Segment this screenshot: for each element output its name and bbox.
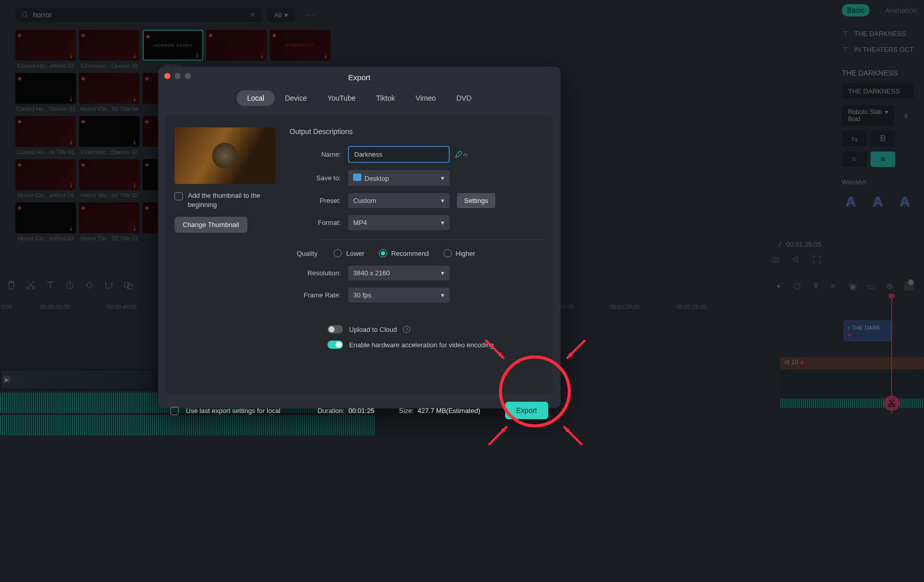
export-button[interactable]: Export [505, 402, 548, 419]
wordart-style[interactable]: A [896, 190, 914, 214]
maximize-window-icon[interactable] [185, 73, 191, 79]
align-left-button[interactable]: ≡ [842, 152, 867, 167]
split-button[interactable] [884, 396, 899, 411]
template-thumb[interactable]: ◆⭳ [206, 30, 267, 61]
export-tab-tiktok[interactable]: Tiktok [366, 90, 406, 106]
crop-icon[interactable] [84, 280, 94, 290]
upload-cloud-label: Upload to Cloud [349, 326, 397, 333]
preset-dropdown[interactable]: Custom▾ [348, 193, 450, 208]
fit-icon[interactable]: ▭ [868, 281, 877, 291]
close-window-icon[interactable] [164, 73, 170, 79]
use-last-settings-checkbox[interactable] [170, 407, 179, 415]
selected-title: THE DARKNESS [832, 63, 924, 83]
render-icon[interactable]: ✦ [775, 281, 784, 291]
quality-higher-radio[interactable]: Higher [444, 249, 475, 257]
font-size-field[interactable]: 6 [898, 112, 914, 120]
zoom-slider[interactable] [904, 281, 914, 291]
preset-label: Preset: [290, 197, 341, 204]
quality-recommend-radio[interactable]: Recommend [379, 249, 429, 257]
svg-point-9 [889, 404, 891, 407]
svg-rect-7 [772, 257, 779, 262]
name-input[interactable] [348, 146, 450, 163]
marker-icon[interactable]: ▣ [849, 281, 858, 291]
fullscreen-icon[interactable] [812, 255, 821, 264]
export-tab-dvd[interactable]: DVD [446, 90, 482, 106]
search-input[interactable] [33, 11, 249, 19]
mask-icon[interactable] [123, 280, 133, 290]
name-label: Name: [290, 151, 341, 158]
help-icon[interactable]: ? [403, 326, 410, 333]
cut-icon[interactable] [26, 280, 36, 290]
text-icon[interactable] [45, 280, 55, 290]
template-label: Cursed Ho…Opener 01 [15, 106, 76, 112]
font-dropdown[interactable]: Roboto Slab Bold▾ [842, 105, 894, 126]
tab-animation[interactable]: Animation [880, 4, 922, 16]
text-value-input[interactable]: THE DARKNESS [842, 83, 914, 99]
template-thumb[interactable]: ◆⭳ [15, 116, 76, 147]
resolution-dropdown[interactable]: 3840 x 2160▾ [348, 266, 450, 280]
audio-clip-right[interactable] [780, 399, 924, 408]
template-thumb[interactable]: ◆⭳ [15, 73, 76, 104]
export-tab-device[interactable]: Device [275, 90, 317, 106]
template-thumb[interactable]: ◆CINEMATIC⭳ [270, 30, 331, 61]
spacing-button[interactable]: ⇆ [842, 131, 867, 146]
more-menu-icon[interactable]: ⋯ [300, 6, 320, 24]
ai-edit-icon[interactable]: AI [455, 151, 468, 158]
video-clip-right[interactable] [780, 372, 924, 397]
framerate-label: Frame Rate: [290, 291, 341, 299]
volume-icon[interactable] [792, 255, 801, 264]
svg-point-3 [32, 287, 35, 289]
framerate-dropdown[interactable]: 30 fps▾ [348, 288, 450, 303]
change-thumbnail-button[interactable]: Change Thumbnail [175, 217, 247, 233]
export-tab-vimeo[interactable]: Vimeo [406, 90, 446, 106]
format-dropdown[interactable]: MP4▾ [348, 215, 450, 230]
template-label: Cursed Ho…erthird 02 [15, 63, 76, 69]
template-label: Horror Cin…erthird 04 [15, 192, 76, 198]
quality-lower-radio[interactable]: Lower [334, 249, 364, 257]
template-label: Horror Cin…erthird 03 [15, 235, 76, 241]
bold-button[interactable]: B [871, 131, 895, 146]
wordart-label: WordArt [832, 172, 924, 190]
magnet-icon[interactable] [104, 280, 114, 290]
filter-dropdown[interactable]: All▾ [267, 8, 295, 22]
text-layer-item[interactable]: IN THEATERS OCT [832, 42, 924, 58]
use-last-settings-label: Use last export settings for local [186, 407, 280, 415]
save-to-dropdown[interactable]: Desktop▾ [348, 170, 450, 186]
template-thumb[interactable]: ◆⭳ [79, 116, 140, 147]
template-thumb[interactable]: ◆⭳ [79, 202, 140, 233]
preset-settings-button[interactable]: Settings [457, 193, 495, 208]
timer-icon[interactable] [65, 280, 75, 290]
wordart-style[interactable]: A [842, 190, 860, 214]
tab-basic[interactable]: Basic [842, 4, 870, 16]
template-thumb[interactable]: ◆⭳ [15, 30, 76, 61]
shield-icon[interactable]: ⎔ [794, 281, 803, 291]
search-icon [22, 11, 29, 18]
snapshot-icon[interactable] [771, 255, 780, 264]
template-thumb[interactable]: ◆⭳ [15, 202, 76, 233]
hw-accel-toggle[interactable] [328, 341, 343, 349]
template-thumb[interactable]: ◆HORROR STORY⭳ [143, 30, 203, 61]
wordart-style[interactable]: A [869, 190, 887, 214]
template-label: Cursed Ho…ck Title 01 [15, 149, 76, 155]
list-icon[interactable]: ≡ [831, 281, 840, 291]
svg-point-8 [774, 258, 777, 261]
add-thumbnail-checkbox[interactable] [175, 192, 183, 200]
size-info: Size: 427.7 MB(Estimated) [399, 407, 480, 415]
template-thumb[interactable]: ◆⭳ [79, 30, 140, 61]
export-tab-youtube[interactable]: YouTube [317, 90, 366, 106]
template-thumb[interactable]: ◆⭳ [79, 73, 140, 104]
title-clip[interactable]: T THE DARK ◆ [844, 321, 891, 341]
effect-clip[interactable]: nt 10 ◆ [784, 359, 804, 366]
mic-icon[interactable]: 🎙 [812, 281, 821, 291]
text-layer-item[interactable]: THE DARKNESS [832, 26, 924, 42]
trash-icon[interactable] [6, 280, 16, 290]
template-thumb[interactable]: ◆⭳ [79, 159, 140, 190]
align-center-button[interactable]: ≡ [871, 152, 895, 167]
export-tab-local[interactable]: Local [237, 90, 274, 106]
minimize-window-icon[interactable] [175, 73, 181, 79]
zoom-out-icon[interactable]: ⊖ [886, 281, 895, 291]
template-thumb[interactable]: ◆⭳ [15, 159, 76, 190]
search-input-wrap[interactable]: ✕ [15, 8, 262, 22]
upload-cloud-toggle[interactable] [328, 325, 343, 333]
clear-search-icon[interactable]: ✕ [249, 11, 256, 19]
